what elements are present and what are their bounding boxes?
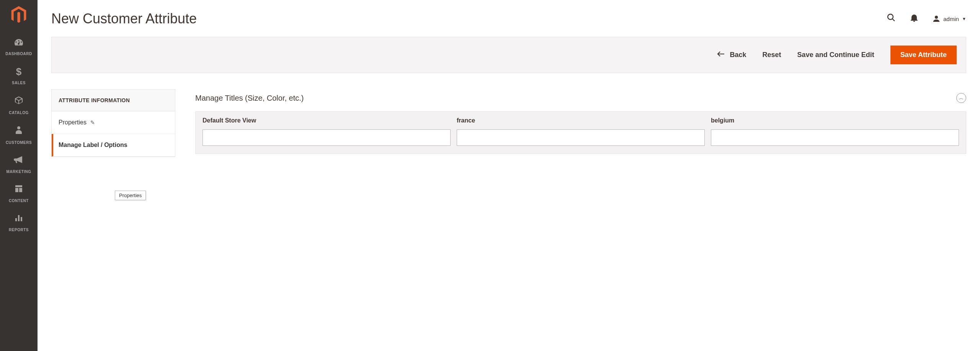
right-panel: Manage Titles (Size, Color, etc.) ︿ Defa… xyxy=(195,89,966,157)
page-header: New Customer Attribute admin ▼ xyxy=(51,0,966,37)
nav-label: MARKETING xyxy=(6,170,31,174)
tab-list: Properties ✎ Manage Label / Options xyxy=(52,111,175,157)
nav-label: CATALOG xyxy=(9,111,28,115)
title-input-default[interactable] xyxy=(203,129,451,146)
box-icon xyxy=(0,96,38,106)
save-attribute-button[interactable]: Save Attribute xyxy=(890,46,957,64)
section-title: Manage Titles (Size, Color, etc.) xyxy=(195,94,304,103)
search-icon[interactable] xyxy=(887,13,896,24)
attribute-info-panel: ATTRIBUTE INFORMATION Properties ✎ Manag… xyxy=(51,89,175,157)
col-france: france xyxy=(457,117,705,124)
reset-button[interactable]: Reset xyxy=(763,51,781,59)
title-input-france[interactable] xyxy=(457,129,705,146)
main-content: New Customer Attribute admin ▼ xyxy=(38,0,980,351)
nav-content[interactable]: CONTENT xyxy=(0,179,38,208)
nav-catalog[interactable]: CATALOG xyxy=(0,90,38,120)
nav-label: CUSTOMERS xyxy=(6,140,32,145)
magento-logo-icon xyxy=(11,6,26,24)
nav-label: DASHBOARD xyxy=(5,52,32,56)
dashboard-icon xyxy=(0,38,38,47)
megaphone-icon xyxy=(0,155,38,165)
save-continue-button[interactable]: Save and Continue Edit xyxy=(797,51,874,59)
hover-tooltip: Properties xyxy=(115,191,146,200)
page-title: New Customer Attribute xyxy=(51,11,197,27)
nav-customers[interactable]: CUSTOMERS xyxy=(0,120,38,150)
section-head: Manage Titles (Size, Color, etc.) ︿ xyxy=(195,89,966,111)
nav-label: CONTENT xyxy=(9,199,29,203)
header-toolbar: admin ▼ xyxy=(887,13,966,24)
chevron-up-icon: ︿ xyxy=(959,95,964,101)
user-label: admin xyxy=(943,16,959,22)
pencil-icon: ✎ xyxy=(90,119,95,126)
dollar-icon: $ xyxy=(0,67,38,77)
layout-icon xyxy=(0,184,38,194)
user-menu[interactable]: admin ▼ xyxy=(933,15,966,23)
bell-icon[interactable] xyxy=(910,13,918,24)
titles-header-row: Default Store View france belgium xyxy=(196,112,966,129)
content-area: ATTRIBUTE INFORMATION Properties ✎ Manag… xyxy=(51,89,966,157)
collapse-toggle[interactable]: ︿ xyxy=(956,93,966,103)
panel-heading: ATTRIBUTE INFORMATION xyxy=(52,90,175,111)
tab-label: Manage Label / Options xyxy=(59,142,127,149)
back-button[interactable]: Back xyxy=(717,51,746,59)
nav-label: REPORTS xyxy=(9,228,29,232)
nav-dashboard[interactable]: DASHBOARD xyxy=(0,33,38,61)
person-icon xyxy=(0,126,38,136)
action-bar: Back Reset Save and Continue Edit Save A… xyxy=(51,37,966,73)
nav-marketing[interactable]: MARKETING xyxy=(0,150,38,179)
nav-sales[interactable]: $ SALES xyxy=(0,61,38,90)
titles-table: Default Store View france belgium xyxy=(195,111,966,154)
title-input-belgium[interactable] xyxy=(711,129,959,146)
titles-input-row xyxy=(196,129,966,153)
arrow-left-icon xyxy=(717,51,725,59)
bar-chart-icon xyxy=(0,214,38,224)
tab-properties[interactable]: Properties ✎ xyxy=(52,111,175,134)
magento-logo xyxy=(11,7,27,23)
caret-down-icon: ▼ xyxy=(962,16,966,21)
nav-label: SALES xyxy=(12,81,26,85)
back-label: Back xyxy=(730,51,746,59)
user-icon xyxy=(933,15,940,23)
nav-reports[interactable]: REPORTS xyxy=(0,208,38,237)
tab-manage-label-options[interactable]: Manage Label / Options xyxy=(52,134,175,157)
admin-sidebar: DASHBOARD $ SALES CATALOG CUSTOMERS MARK… xyxy=(0,0,38,351)
col-belgium: belgium xyxy=(711,117,959,124)
tab-label: Properties xyxy=(59,119,87,126)
col-default-store-view: Default Store View xyxy=(203,117,451,124)
